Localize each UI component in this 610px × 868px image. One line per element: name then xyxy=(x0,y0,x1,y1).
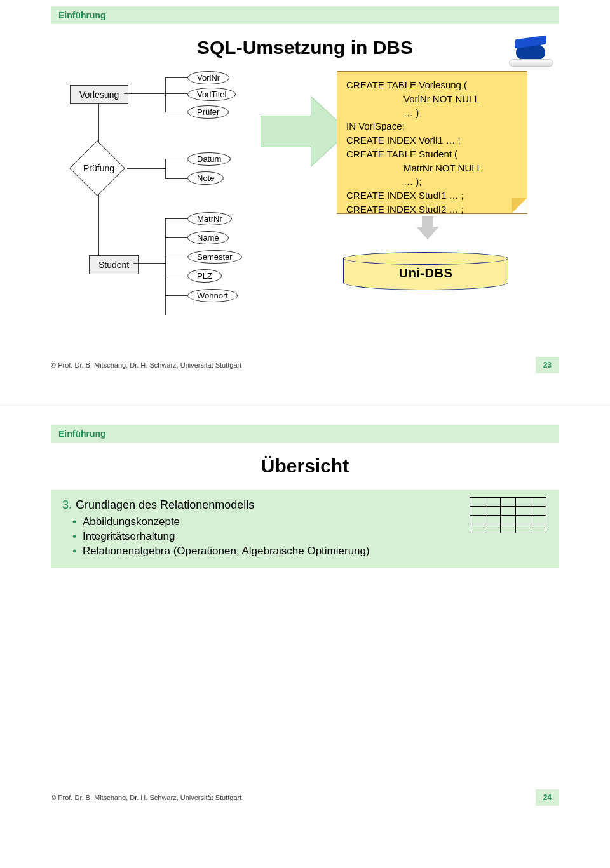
sql-line: MatrNr NOT NULL xyxy=(346,161,518,175)
sql-line: CREATE INDEX StudI1 … ; xyxy=(346,189,518,203)
attr-semester: Semester xyxy=(187,250,242,264)
section-number: 3. xyxy=(62,498,72,511)
slide-23: Einführung SQL-Umsetzung in DBS Vorlesun… xyxy=(0,0,610,392)
sql-code-note: CREATE TABLE Vorlesung ( VorlNr NOT NULL… xyxy=(337,71,527,214)
slide-footer: © Prof. Dr. B. Mitschang, Dr. H. Schwarz… xyxy=(51,789,559,806)
entity-student: Student xyxy=(89,255,139,274)
attr-note: Note xyxy=(187,171,224,185)
attr-matrnr: MatrNr xyxy=(187,212,232,225)
attr-plz: PLZ xyxy=(187,269,222,283)
section-heading: Grundlagen des Relationenmodells xyxy=(76,498,254,511)
sql-line: … ); xyxy=(346,175,518,189)
slide-24: Einführung Übersicht 3.Grundlagen des Re… xyxy=(0,418,610,825)
er-diagram: Vorlesung VorlNr VorlTitel Prüfer Prüfun… xyxy=(51,71,559,338)
attr-wohnort: Wohnort xyxy=(187,289,238,302)
entity-vorlesung: Vorlesung xyxy=(70,85,128,104)
sql-line: … ) xyxy=(346,106,518,120)
header-bar: Einführung xyxy=(51,6,559,24)
slide-footer: © Prof. Dr. B. Mitschang, Dr. H. Schwarz… xyxy=(51,357,559,373)
attr-datum: Datum xyxy=(187,152,231,166)
slide-separator xyxy=(0,405,610,406)
graduation-cap-icon xyxy=(512,35,550,67)
sql-line: CREATE TABLE Vorlesung ( xyxy=(346,78,518,92)
sql-line: IN VorlSpace; xyxy=(346,119,518,133)
attr-vorlnr: VorlNr xyxy=(187,71,229,84)
page-number: 23 xyxy=(536,357,559,373)
page-number: 24 xyxy=(536,789,559,806)
sql-line: CREATE INDEX VorlI1 … ; xyxy=(346,133,518,147)
slide-title: Übersicht xyxy=(0,455,610,477)
sql-line: CREATE INDEX StudI2 … ; xyxy=(346,203,518,217)
table-icon xyxy=(470,497,546,533)
attr-vorltitel: VorlTitel xyxy=(187,88,236,101)
transformation-arrow-icon xyxy=(261,116,311,150)
attr-name: Name xyxy=(187,231,229,244)
overview-box: 3.Grundlagen des Relationenmodells Abbil… xyxy=(51,490,559,568)
header-bar: Einführung xyxy=(51,425,559,443)
database-cylinder-icon: Uni-DBS xyxy=(343,252,508,294)
copyright-text: © Prof. Dr. B. Mitschang, Dr. H. Schwarz… xyxy=(51,794,241,801)
sql-line: CREATE TABLE Student ( xyxy=(346,147,518,161)
database-label: Uni-DBS xyxy=(343,266,508,281)
copyright-text: © Prof. Dr. B. Mitschang, Dr. H. Schwarz… xyxy=(51,361,241,369)
sql-line: VorlNr NOT NULL xyxy=(346,92,518,106)
bullet-item: Relationenalgebra (Operationen, Algebrai… xyxy=(84,545,548,558)
attr-pruefer: Prüfer xyxy=(187,105,229,119)
